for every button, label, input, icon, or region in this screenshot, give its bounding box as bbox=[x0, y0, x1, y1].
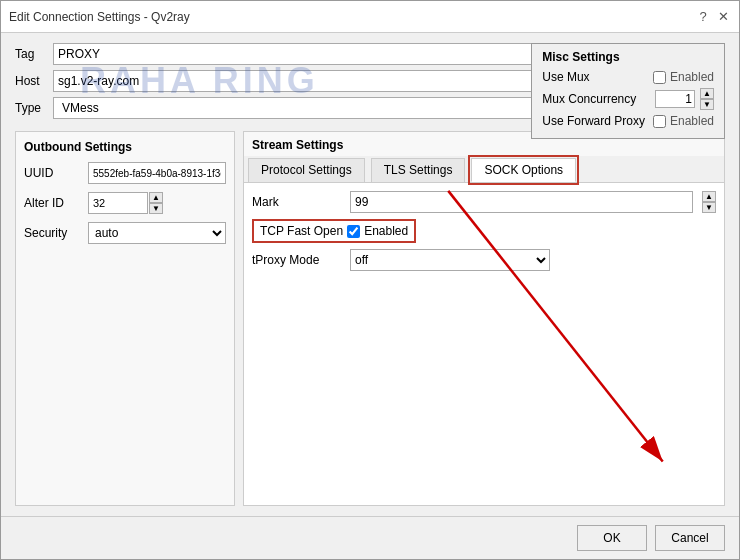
mark-input[interactable] bbox=[350, 191, 693, 213]
tag-input[interactable] bbox=[53, 43, 533, 65]
use-mux-row: Use Mux Enabled bbox=[542, 70, 714, 84]
title-bar-controls: ? ✕ bbox=[695, 9, 731, 25]
ok-button[interactable]: OK bbox=[577, 525, 647, 551]
mark-label: Mark bbox=[252, 195, 342, 209]
cancel-button[interactable]: Cancel bbox=[655, 525, 725, 551]
tcp-fast-open-row: TCP Fast Open Enabled bbox=[252, 219, 416, 243]
mux-concurrency-label: Mux Concurrency bbox=[542, 92, 636, 106]
host-label: Host bbox=[15, 74, 47, 88]
main-content: Misc Settings Use Mux Enabled Mux Concur… bbox=[1, 33, 739, 516]
use-forward-proxy-label: Use Forward Proxy bbox=[542, 114, 645, 128]
alter-id-label: Alter ID bbox=[24, 196, 82, 210]
mark-down[interactable]: ▼ bbox=[702, 202, 716, 213]
alter-id-up[interactable]: ▲ bbox=[149, 192, 163, 203]
title-bar-left: Edit Connection Settings - Qv2ray bbox=[9, 10, 190, 24]
outbound-panel: Outbound Settings UUID Alter ID ▲ ▼ bbox=[15, 131, 235, 506]
use-forward-proxy-row: Use Forward Proxy Enabled bbox=[542, 114, 714, 128]
tcp-fast-open-label: TCP Fast Open bbox=[260, 224, 343, 238]
tag-label: Tag bbox=[15, 47, 47, 61]
mux-concurrency-input[interactable] bbox=[655, 90, 695, 108]
security-row: Security auto bbox=[24, 222, 226, 244]
proxy-mode-label: tProxy Mode bbox=[252, 253, 342, 267]
mux-concurrency-row: Mux Concurrency ▲ ▼ bbox=[542, 88, 714, 110]
tcp-fast-open-enabled-label: Enabled bbox=[364, 224, 408, 238]
alter-id-row: Alter ID ▲ ▼ bbox=[24, 192, 226, 214]
mark-up[interactable]: ▲ bbox=[702, 191, 716, 202]
tab-sock-options[interactable]: SOCK Options bbox=[471, 158, 576, 182]
title-bar: Edit Connection Settings - Qv2ray ? ✕ bbox=[1, 1, 739, 33]
proxy-mode-row: tProxy Mode off bbox=[252, 249, 716, 271]
tab-protocol-settings[interactable]: Protocol Settings bbox=[248, 158, 365, 182]
help-button[interactable]: ? bbox=[695, 9, 711, 25]
tabs-row: Protocol Settings TLS Settings SOCK Opti… bbox=[244, 156, 724, 183]
mux-concurrency-up[interactable]: ▲ bbox=[700, 88, 714, 99]
uuid-row: UUID bbox=[24, 162, 226, 184]
stream-panel: Stream Settings Protocol Settings TLS Se… bbox=[243, 131, 725, 506]
main-window: Edit Connection Settings - Qv2ray ? ✕ Mi… bbox=[0, 0, 740, 560]
use-mux-enabled-label: Enabled bbox=[670, 70, 714, 84]
window-title: Edit Connection Settings - Qv2ray bbox=[9, 10, 190, 24]
use-mux-label: Use Mux bbox=[542, 70, 589, 84]
alter-id-input[interactable] bbox=[88, 192, 148, 214]
tab-tls-settings[interactable]: TLS Settings bbox=[371, 158, 466, 182]
mux-concurrency-down[interactable]: ▼ bbox=[700, 99, 714, 110]
uuid-input[interactable] bbox=[88, 162, 226, 184]
tab-content: Mark ▲ ▼ TCP Fast Open Enabled bbox=[244, 183, 724, 505]
misc-settings-panel: Misc Settings Use Mux Enabled Mux Concur… bbox=[531, 43, 725, 139]
main-panels: Outbound Settings UUID Alter ID ▲ ▼ bbox=[15, 131, 725, 506]
use-forward-proxy-enabled-label: Enabled bbox=[670, 114, 714, 128]
bottom-bar: OK Cancel bbox=[1, 516, 739, 559]
misc-title: Misc Settings bbox=[542, 50, 714, 64]
security-select[interactable]: auto bbox=[88, 222, 226, 244]
mark-row: Mark ▲ ▼ bbox=[252, 191, 716, 213]
uuid-label: UUID bbox=[24, 166, 82, 180]
outbound-title: Outbound Settings bbox=[24, 140, 226, 154]
close-button[interactable]: ✕ bbox=[715, 9, 731, 25]
type-label: Type bbox=[15, 101, 47, 115]
proxy-mode-select[interactable]: off bbox=[350, 249, 550, 271]
type-select[interactable]: VMess bbox=[53, 97, 593, 119]
alter-id-down[interactable]: ▼ bbox=[149, 203, 163, 214]
security-label: Security bbox=[24, 226, 82, 240]
tcp-fast-open-checkbox[interactable] bbox=[347, 225, 360, 238]
use-mux-checkbox[interactable] bbox=[653, 71, 666, 84]
use-forward-proxy-checkbox[interactable] bbox=[653, 115, 666, 128]
